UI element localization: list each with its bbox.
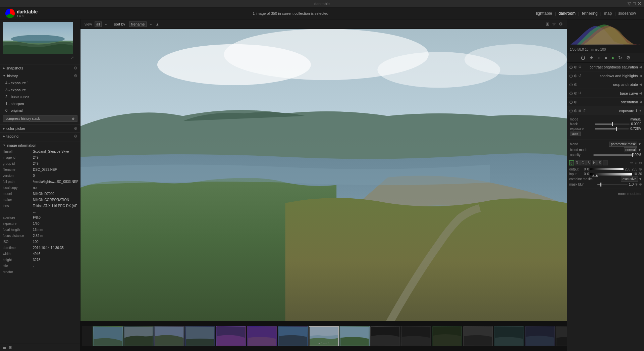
- film-thumb-7[interactable]: [278, 326, 308, 346]
- film-thumb-14[interactable]: [494, 326, 524, 346]
- nav-map[interactable]: map: [601, 11, 614, 16]
- power-icon[interactable]: ⏻: [581, 55, 585, 60]
- black-slider-handle[interactable]: [612, 122, 613, 126]
- filmstrip-scroll[interactable]: ★☆☆☆☆: [80, 326, 567, 346]
- close-button[interactable]: ✕: [638, 1, 641, 6]
- black-slider[interactable]: [595, 123, 630, 125]
- module-presets-icon-6[interactable]: ☰: [578, 108, 582, 113]
- mask-blur-invert-icon[interactable]: ⊗: [639, 182, 642, 187]
- mask-copy-icon[interactable]: ⊕: [635, 161, 638, 165]
- image-info-header[interactable]: ▼ image information: [0, 142, 80, 149]
- film-thumb-3[interactable]: [154, 326, 184, 346]
- circle-icon[interactable]: ○: [598, 55, 600, 60]
- blend-mode-arrow[interactable]: ▼: [638, 148, 641, 152]
- module-power-icon-6[interactable]: ⏻: [569, 109, 573, 113]
- history-item-3[interactable]: 3 - exposure: [0, 87, 80, 94]
- window-controls[interactable]: ▽ □ ✕: [628, 1, 641, 6]
- channel-B[interactable]: B: [586, 160, 591, 165]
- more-modules-button[interactable]: more modules: [567, 189, 644, 198]
- history-gear-icon[interactable]: ⚙: [74, 73, 77, 78]
- mask-pick-icon[interactable]: ✏: [630, 161, 633, 165]
- film-thumb-12[interactable]: [432, 326, 462, 346]
- module-settings-icon[interactable]: ⚙: [578, 65, 582, 69]
- blend-mode-value[interactable]: normal: [624, 147, 638, 152]
- module-reset-icon-6[interactable]: ↺: [583, 108, 586, 113]
- channel-S[interactable]: S: [597, 160, 602, 165]
- module-mask-icon[interactable]: ◐: [574, 65, 577, 69]
- image-container[interactable]: [80, 29, 567, 321]
- module-power-icon-4[interactable]: ⏻: [569, 91, 573, 95]
- module-reset-icon-4[interactable]: ↺: [578, 91, 581, 95]
- snapshots-section-header[interactable]: ▶ snapshots ⚙: [0, 64, 80, 72]
- channel-L[interactable]: L: [603, 160, 608, 165]
- film-thumb-16[interactable]: [555, 326, 567, 346]
- film-thumb-2[interactable]: [123, 326, 154, 346]
- module-contrast-brightness-saturation[interactable]: ⏻ ◐ ⚙ contrast brightness saturation ◀: [567, 63, 644, 71]
- module-power-icon-2[interactable]: ⏻: [569, 74, 573, 78]
- sort-value[interactable]: filename: [129, 21, 147, 27]
- view-dropdown-icon[interactable]: ⌄: [104, 22, 107, 26]
- film-thumb-15[interactable]: [525, 326, 555, 346]
- tagging-header[interactable]: ▶ tagging ⚙: [0, 133, 80, 140]
- exposure-slider[interactable]: [595, 128, 629, 130]
- opacity-slider[interactable]: [593, 154, 633, 156]
- combine-masks-arrow[interactable]: ▼: [639, 177, 642, 181]
- color-picker-header[interactable]: ▶ color picker ⚙: [0, 125, 80, 132]
- mask-blur-slider[interactable]: [597, 184, 628, 185]
- compress-history-button[interactable]: compress history stack ⊕: [3, 115, 77, 122]
- module-orientation[interactable]: ⏻ ◐ orientation ◀: [567, 98, 644, 106]
- film-thumb-13[interactable]: [463, 326, 493, 346]
- input-slider[interactable]: [590, 173, 632, 176]
- star-icon[interactable]: ★: [589, 55, 594, 60]
- film-thumb-8[interactable]: ★☆☆☆☆: [309, 326, 339, 346]
- mask-blur-eye-icon[interactable]: 👁: [635, 183, 638, 187]
- module-mask-icon-4[interactable]: ◐: [574, 91, 577, 95]
- combine-masks-value[interactable]: exclusive: [621, 177, 638, 182]
- module-power-icon[interactable]: ⏻: [569, 65, 573, 69]
- module-mask-icon-3[interactable]: ◐: [574, 82, 577, 87]
- module-shadows-highlights[interactable]: ⏻ ◐ ↺ shadows and highlights ◀: [567, 71, 644, 80]
- mask-paste-icon[interactable]: ⊗: [639, 161, 642, 165]
- star-icon[interactable]: ☆: [552, 21, 556, 27]
- input-handle-2[interactable]: [595, 174, 598, 177]
- film-thumb-5[interactable]: [216, 326, 246, 346]
- fill-circle-icon[interactable]: ●: [604, 55, 607, 60]
- output-add-icon[interactable]: ⊕: [639, 167, 642, 171]
- sort-order-icon[interactable]: ▲: [156, 22, 159, 26]
- film-thumb-4[interactable]: [185, 326, 215, 346]
- nav-darkroom[interactable]: darkroom: [556, 11, 578, 16]
- mask-blur-handle[interactable]: [600, 183, 601, 187]
- module-power-icon-3[interactable]: ⏻: [569, 83, 573, 87]
- channel-H[interactable]: H: [592, 160, 597, 165]
- module-mask-icon-5[interactable]: ◐: [574, 100, 577, 104]
- channel-R[interactable]: R: [575, 160, 580, 165]
- channel-g[interactable]: g: [569, 160, 574, 165]
- grid-icon[interactable]: ⊞: [546, 21, 549, 27]
- expand-icon[interactable]: ⤢: [70, 55, 75, 61]
- green-circle-icon[interactable]: ●: [611, 55, 614, 60]
- film-thumb-6[interactable]: [247, 326, 277, 346]
- settings-icon[interactable]: ⚙: [626, 55, 631, 60]
- film-thumb-1[interactable]: [93, 326, 123, 346]
- maximize-button[interactable]: □: [633, 1, 636, 6]
- exposure-slider-handle[interactable]: [616, 127, 617, 131]
- module-mask-icon-6[interactable]: ◐: [574, 108, 577, 113]
- snapshots-gear-icon[interactable]: ⚙: [74, 66, 77, 70]
- minimize-button[interactable]: ▽: [628, 1, 631, 6]
- mode-value[interactable]: manual: [630, 117, 641, 121]
- history-item-4[interactable]: 4 - exposure 1: [0, 80, 80, 87]
- blend-value[interactable]: parametric mask: [609, 142, 637, 147]
- film-thumb-10[interactable]: [370, 326, 400, 346]
- color-picker-gear-icon[interactable]: ⚙: [74, 126, 77, 131]
- module-mask-icon-2[interactable]: ◐: [574, 73, 577, 78]
- nav-slideshow[interactable]: slideshow: [615, 11, 639, 16]
- film-thumb-9[interactable]: [339, 326, 370, 346]
- rotate-icon[interactable]: ↻: [618, 55, 622, 60]
- grid-view-icon[interactable]: ⊞: [9, 345, 12, 350]
- module-exposure[interactable]: ⏻ ◐ ☰ ↺ exposure 1 ▼: [567, 106, 644, 115]
- nav-tethering[interactable]: tethering: [579, 11, 600, 16]
- history-item-2[interactable]: 2 - base curve: [0, 93, 80, 100]
- history-section-header[interactable]: ▼ history ⚙: [0, 72, 80, 80]
- view-value[interactable]: all: [95, 21, 102, 27]
- history-item-1[interactable]: 1 - sharpen: [0, 100, 80, 107]
